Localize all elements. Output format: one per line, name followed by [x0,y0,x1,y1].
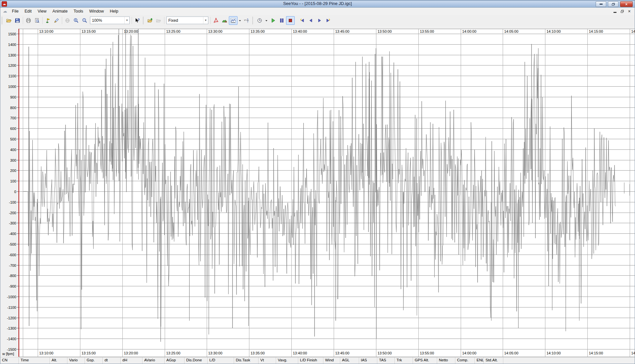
task-polygon-button[interactable] [212,16,220,25]
play-button[interactable] [269,16,277,25]
window-title: SeeYou - - [2015-08-29 Pine JD.igc] [0,1,635,6]
help-pointer-icon: ? [135,18,140,23]
nav-first-button[interactable] [298,16,307,25]
y-axis-tick-label: 0 [14,190,16,194]
y-axis-tick-label: 800 [10,106,16,110]
save-button[interactable] [13,16,22,25]
x-axis-top-label: 13:40:00 [293,29,307,33]
x-axis-top-label: 14:20:00 [631,29,635,33]
combo-dropdown-icon[interactable]: ▼ [124,17,129,24]
zoom-level-combobox[interactable]: 100%▼ [90,17,130,24]
restore-icon [612,3,615,6]
print-button[interactable] [24,16,33,25]
menu-item-animate[interactable]: Animate [50,9,71,14]
graph-caret-button[interactable] [237,16,242,25]
x-axis-top-label: 13:35:00 [251,29,265,33]
close-button[interactable]: × [620,1,633,7]
zoom-level-value: 100% [90,18,124,23]
view-3d-button[interactable] [220,16,229,25]
statusbar-field-dt: dt [103,357,121,364]
vario-graph-canvas[interactable]: 1500140013001200110010009008007006005004… [0,26,635,358]
y-axis-tick-label: -500 [9,242,16,246]
combo-dropdown-icon[interactable]: ▼ [203,17,208,24]
toolbar-separator [210,17,211,24]
y-axis-tick-label: 1300 [8,53,16,57]
x-axis-bottom-label: 14:10:00 [547,351,561,355]
menu-item-window[interactable]: Window [86,9,107,14]
menu-bar: ☁ FileEditViewAnimateToolsWindowHelp × [0,8,635,15]
y-axis-tick-label: 500 [10,137,16,141]
y-axis-unit-label: w [fpm] [2,352,14,356]
pause-button[interactable] [277,16,286,25]
x-axis-bottom-label: 13:15:00 [82,351,96,355]
open-flight-disabled-button[interactable] [154,16,163,25]
menu-item-edit[interactable]: Edit [21,9,35,14]
mdi-minimize-button[interactable] [614,12,616,13]
nav-prev-icon [308,18,314,23]
x-axis-top-label: 14:00:00 [462,29,477,33]
nav-last-button[interactable] [324,16,332,25]
svg-text:v=: v= [244,19,247,21]
statusbar-field-gsp-: Gsp. [85,357,103,364]
help-pointer-button[interactable]: ? [133,16,142,25]
x-axis-top-label: 14:05:00 [504,29,519,33]
menu-item-view[interactable]: View [35,9,50,14]
x-axis-top-label: 13:45:00 [335,29,350,33]
y-axis-tick-label: 1100 [8,74,16,78]
x-axis-top-label: 13:15:00 [82,29,96,33]
clock-button[interactable] [255,16,264,25]
y-axis-tick-label: -900 [9,284,16,288]
print-preview-button[interactable] [33,16,41,25]
toolbar-grip[interactable] [252,17,254,24]
y-axis-tick-label: -1100 [7,305,16,309]
statusbar-field-vt: Vt [259,357,276,364]
graph-button[interactable] [229,16,237,25]
statusbar-field-agsp: AGsp [165,357,185,364]
statusbar-field-dis-task: Dis.Task [234,357,259,364]
graph-mode-combobox[interactable]: Fixed▼ [166,17,208,24]
statusbar-field-enl: ENL [475,357,484,364]
zoom-out-button[interactable] [80,16,89,25]
svg-text:T: T [247,21,248,23]
x-axis-bottom-label: 13:10:00 [39,351,54,355]
open-folder-icon [6,18,12,23]
vario-stats-icon: v=5T [244,18,249,23]
open-flight-button[interactable] [146,16,154,25]
vario-stats-button[interactable]: v=5T [242,16,251,25]
clock-caret-icon [264,18,269,23]
y-axis-tick-label: 600 [10,127,16,131]
stop-button[interactable] [286,16,295,25]
pause-icon [279,18,284,23]
clock-caret-button[interactable] [264,16,269,25]
edit-pencil-button[interactable] [52,16,61,25]
menu-item-file[interactable]: File [9,9,21,14]
globe-disabled-button[interactable] [63,16,72,25]
x-axis-bottom-label: 13:20:00 [124,351,138,355]
nav-next-button[interactable] [315,16,324,25]
statusbar-field-gps-alt-: GPS Alt. [413,357,437,364]
toolbar-separator [132,17,132,24]
y-axis-tick-label: 900 [10,95,16,99]
menu-item-help[interactable]: Help [107,9,121,14]
menu-item-tools[interactable]: Tools [70,9,86,14]
minimize-button[interactable] [596,1,606,7]
toolbar-separator [62,17,62,24]
waypoint-flag-button[interactable] [44,16,52,25]
x-axis-bottom-label: 13:30:00 [208,351,223,355]
toolbar-grip[interactable] [2,17,4,24]
nav-last-icon [325,18,331,23]
mdi-close-button[interactable]: × [628,9,631,13]
x-axis-top-label: 13:55:00 [420,29,434,33]
zoom-in-button[interactable] [72,16,80,25]
x-axis-bottom-label: 13:55:00 [420,351,434,355]
nav-prev-button[interactable] [307,16,315,25]
toolbar-grip[interactable] [143,17,145,24]
globe-disabled-icon [65,18,70,23]
statusbar-field-cn: CN [0,357,19,364]
restore-button[interactable] [608,1,618,7]
statusbar-field-avario: AVario [143,357,165,364]
mdi-restore-button[interactable] [621,10,624,13]
x-axis-bottom-label: 14:05:00 [504,351,519,355]
open-folder-button[interactable] [5,16,13,25]
x-axis-bottom-label: 13:35:00 [251,351,265,355]
